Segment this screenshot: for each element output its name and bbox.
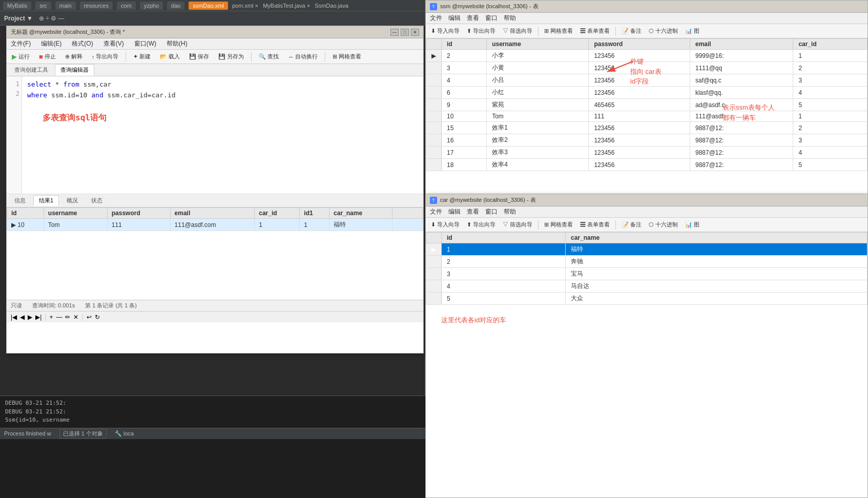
menu-view[interactable]: 查看(V)	[101, 38, 126, 49]
col-header-email[interactable]: email	[170, 208, 255, 219]
ssm-table-row[interactable]: 15 效率1 123456 9887@12: 2	[426, 122, 867, 134]
tab-yzpho[interactable]: yzpho	[140, 2, 163, 10]
col-header-username[interactable]: username	[44, 208, 107, 219]
menu-format[interactable]: 格式(O)	[70, 38, 95, 49]
tab-result1[interactable]: 结果1	[33, 195, 59, 206]
ssm-col-id[interactable]: id	[442, 39, 487, 50]
car-col-carname[interactable]: car_name	[566, 233, 867, 243]
car-table-row[interactable]: 3 宝马	[426, 268, 867, 280]
ssm-col-carid[interactable]: car_id	[793, 39, 867, 50]
car-menu-window[interactable]: 窗口	[485, 208, 498, 216]
save-button[interactable]: 💾 保存	[186, 52, 212, 61]
ssm-table-row[interactable]: 10 Tom 111 111@asdf 1	[426, 111, 867, 122]
col-header-carname[interactable]: car_name	[329, 208, 392, 219]
saveas-button[interactable]: 💾 另存为	[215, 52, 247, 61]
project-label[interactable]: Project ▼	[4, 15, 33, 22]
ssm-menu-edit[interactable]: 编辑	[448, 14, 461, 23]
car-hex-btn[interactable]: ⬡ 十六进制	[646, 220, 681, 230]
tab-dao[interactable]: dao	[167, 2, 184, 10]
ssm-table-row[interactable]: 6 小红 123456 klasf@qq. 4	[426, 87, 867, 99]
new-button[interactable]: ✦ 新建	[130, 52, 154, 61]
ctrl-del[interactable]: —	[56, 314, 62, 321]
car-filter-btn[interactable]: ▽ 筛选向导	[500, 220, 535, 230]
ssm-hex-btn[interactable]: ⬡ 十六进制	[646, 26, 681, 36]
car-grid-view-btn[interactable]: ⊞ 网格查看	[541, 220, 576, 230]
ssm-col-username[interactable]: username	[487, 39, 589, 50]
menu-help[interactable]: 帮助(H)	[164, 38, 190, 49]
export-button[interactable]: ↑ 导出向导	[89, 52, 122, 61]
ssm-table-row[interactable]: 9 紫苑 465465 ad@asdf.c 5	[426, 99, 867, 111]
close-button[interactable]: ✕	[411, 29, 419, 36]
ssm-menu-window[interactable]: 窗口	[485, 14, 498, 23]
table-row[interactable]: ▶ 10 Tom 111 111@asdf.com 1 1 福特	[7, 219, 423, 231]
menu-window[interactable]: 窗口(W)	[132, 38, 158, 49]
tab-com[interactable]: com	[117, 2, 136, 10]
car-table-row[interactable]: 5 大众	[426, 293, 867, 305]
col-header-id[interactable]: id	[7, 208, 44, 219]
car-menu-edit[interactable]: 编辑	[448, 208, 461, 216]
ssm-table-row[interactable]: 3 小黄 123456 1111@qq 2	[426, 62, 867, 74]
ssm-table-area[interactable]: id username password email car_id ▶ 2 小李…	[426, 38, 867, 171]
tab-resources[interactable]: resources	[80, 2, 113, 10]
car-menu-file[interactable]: 文件	[430, 208, 442, 216]
car-table-area[interactable]: id car_name ▶ 1 福特 2 奔驰 3 宝马 4 马自达 5 大众	[426, 232, 867, 305]
stop-button[interactable]: ■ 停止	[36, 52, 59, 61]
car-form-view-btn[interactable]: ☰ 表单查看	[577, 220, 613, 230]
car-import-btn[interactable]: ⬇ 导入向导	[428, 220, 463, 230]
car-note-btn[interactable]: 📝 备注	[618, 220, 645, 230]
results-area[interactable]: id username password email car_id id1 ca…	[7, 208, 423, 300]
ssm-note-btn[interactable]: 📝 备注	[618, 26, 645, 36]
tab-mybatis[interactable]: MyBatis	[3, 2, 31, 10]
editor-content[interactable]: select * from ssm,car where ssm.id=10 an…	[22, 76, 423, 194]
col-header-password[interactable]: password	[107, 208, 170, 219]
ssm-menu-file[interactable]: 文件	[430, 14, 442, 23]
car-table-row[interactable]: ▶ 1 福特	[426, 243, 867, 256]
grid-view-button[interactable]: ⊞ 网格查看	[329, 52, 364, 61]
ssm-chart-btn[interactable]: 📊 图	[682, 26, 702, 36]
ctrl-undo[interactable]: ↩	[87, 314, 92, 321]
maximize-button[interactable]: □	[401, 29, 409, 36]
ctrl-discard[interactable]: ✕	[73, 314, 78, 321]
ssm-col-email[interactable]: email	[690, 39, 793, 50]
car-col-id[interactable]: id	[442, 233, 566, 243]
car-menu-view[interactable]: 查看	[467, 208, 479, 216]
tab-main[interactable]: main	[55, 2, 76, 10]
ssm-menu-view[interactable]: 查看	[467, 14, 479, 23]
car-menu-help[interactable]: 帮助	[504, 208, 516, 216]
car-export-btn[interactable]: ⬆ 导出向导	[464, 220, 499, 230]
ctrl-edit[interactable]: ✏	[65, 314, 70, 321]
ssm-filter-btn[interactable]: ▽ 筛选向导	[500, 26, 535, 36]
explain-button[interactable]: ⊕ 解释	[62, 52, 86, 61]
ctrl-prev[interactable]: ◀	[20, 314, 25, 321]
menu-file[interactable]: 文件(F)	[9, 38, 33, 49]
tab-info[interactable]: 信息	[9, 195, 31, 206]
tab-src[interactable]: src	[35, 2, 51, 10]
tab-query-editor[interactable]: 查询编辑器	[55, 64, 94, 76]
ssm-grid-view-btn[interactable]: ⊞ 网格查看	[541, 26, 576, 36]
col-header-id1[interactable]: id1	[300, 208, 329, 219]
tab-ssmdao[interactable]: ssmDao.xml	[189, 2, 228, 10]
car-table-row[interactable]: 2 奔驰	[426, 256, 867, 268]
car-chart-btn[interactable]: 📊 图	[682, 220, 702, 230]
ssm-export-btn[interactable]: ⬆ 导出向导	[464, 26, 499, 36]
ctrl-play[interactable]: ▶	[28, 314, 32, 321]
ssm-import-btn[interactable]: ⬇ 导入向导	[428, 26, 463, 36]
ssm-form-view-btn[interactable]: ☰ 表单查看	[577, 26, 613, 36]
tab-overview[interactable]: 概况	[61, 195, 84, 206]
run-button[interactable]: ▶ 运行	[9, 52, 33, 61]
find-button[interactable]: 🔍 查找	[256, 52, 282, 61]
sql-editor[interactable]: 1 2 select * from ssm,car where ssm.id=1…	[7, 76, 423, 194]
ssm-menu-help[interactable]: 帮助	[504, 14, 516, 23]
ssm-table-row[interactable]: 16 效率2 123456 9887@12: 3	[426, 134, 867, 147]
car-table-row[interactable]: 4 马自达	[426, 280, 867, 293]
ssm-table-row[interactable]: 4 小吕 123456 saf@qq.c 3	[426, 74, 867, 87]
ctrl-last[interactable]: ▶|	[35, 314, 42, 321]
col-header-carid[interactable]: car_id	[255, 208, 300, 219]
menu-edit[interactable]: 编辑(E)	[39, 38, 64, 49]
load-button[interactable]: 📂 载入	[157, 52, 183, 61]
ssm-col-password[interactable]: password	[589, 39, 690, 50]
wrap-button[interactable]: ↔ 自动换行	[285, 52, 321, 61]
ssm-table-row[interactable]: 18 效率4 123456 9887@12: 5	[426, 159, 867, 171]
minimize-button[interactable]: —	[390, 29, 399, 36]
ctrl-add[interactable]: +	[49, 314, 53, 321]
